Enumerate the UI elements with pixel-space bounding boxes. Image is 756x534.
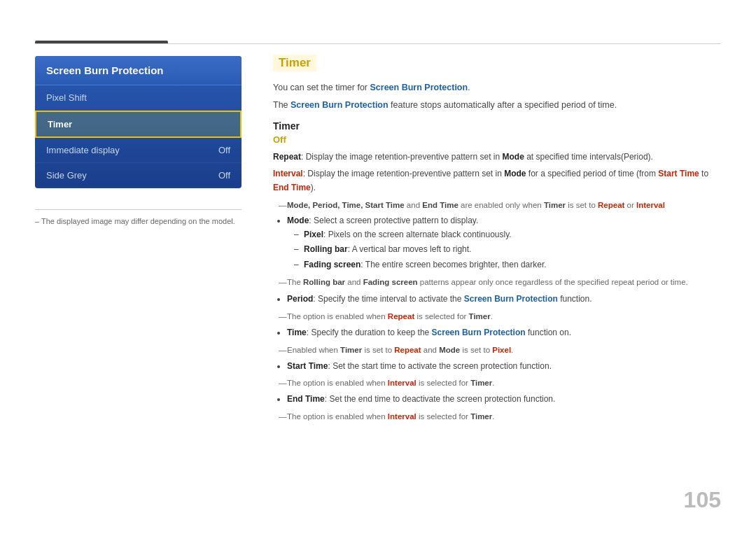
period-label: Period — [287, 294, 313, 304]
intro-text-2: The Screen Burn Protection feature stops… — [273, 99, 721, 112]
start-time-timer-ref: Timer — [470, 379, 492, 387]
menu-item-immediate-display[interactable]: Immediate display Off — [35, 138, 241, 163]
end-time-bullet: End Time: Set the end time to deactivate… — [287, 393, 721, 407]
mode-bullet-label: Mode — [287, 216, 309, 225]
period-list: Period: Specify the time interval to act… — [287, 293, 721, 307]
menu-box: Screen Burn Protection Pixel Shift Timer… — [35, 56, 241, 188]
left-note-text: – The displayed image may differ dependi… — [35, 217, 241, 225]
menu-item-timer[interactable]: Timer — [35, 111, 241, 138]
end-time-list: End Time: Set the end time to deactivate… — [287, 393, 721, 407]
repeat-label: Repeat — [273, 152, 301, 162]
time-label: Time — [287, 328, 307, 337]
time-pixel-ref: Pixel — [492, 346, 511, 354]
section-title: Timer — [273, 55, 316, 71]
top-divider — [35, 43, 721, 44]
off-label: Off — [273, 134, 721, 145]
interval-label: Interval — [273, 169, 303, 178]
page-number: 105 — [684, 487, 721, 513]
menu-item-value: Off — [218, 170, 230, 181]
interval-line: Interval: Display the image retention-pr… — [273, 167, 721, 195]
left-note: – The displayed image may differ dependi… — [35, 209, 241, 225]
modes-note: Mode, Period, Time, Start Time and End T… — [279, 199, 721, 212]
modes-note-text: Mode, Period, Time, Start Time and End T… — [287, 201, 665, 209]
time-list: Time: Specify the duration to keep the S… — [287, 326, 721, 340]
mode-word-1: Mode — [503, 152, 524, 162]
repeat-line: Repeat: Display the image retention-prev… — [273, 150, 721, 164]
main-bullet-list: Mode: Select a screen protective pattern… — [287, 214, 721, 272]
time-bullet: Time: Specify the duration to keep the S… — [287, 326, 721, 340]
start-time-list: Start Time: Set the start time to activa… — [287, 360, 721, 374]
time-repeat-ref: Repeat — [394, 346, 421, 354]
time-note: Enabled when Timer is set to Repeat and … — [279, 344, 721, 357]
mode-sub-list: Pixel: Pixels on the screen alternate bl… — [294, 228, 721, 272]
time-timer-ref: Timer — [340, 346, 362, 354]
time-mode-ref: Mode — [439, 346, 460, 354]
start-time-ref: Start Time — [658, 169, 699, 178]
fading-item: Fading screen: The entire screen becomes… — [294, 258, 721, 272]
period-timer-ref: Timer — [469, 312, 491, 321]
interval-ref: Interval — [636, 201, 665, 209]
time-screen-burn: Screen Burn Protection — [432, 328, 526, 337]
period-repeat-ref: Repeat — [388, 312, 414, 321]
end-time-note: The option is enabled when Interval is s… — [279, 410, 721, 423]
end-time-timer-ref: Timer — [470, 412, 492, 421]
end-time-ref: End Time — [273, 183, 311, 192]
content-block: Repeat: Display the image retention-prev… — [273, 150, 721, 424]
end-time-interval-ref: Interval — [388, 412, 416, 421]
pixel-item: Pixel: Pixels on the screen alternate bl… — [294, 228, 721, 242]
fading-label: Fading screen — [304, 260, 360, 269]
menu-item-value: Off — [218, 145, 230, 155]
rolling-note: The Rolling bar and Fading screen patter… — [279, 276, 721, 289]
menu-item-label: Immediate display — [46, 145, 120, 155]
menu-item-label: Pixel Shift — [46, 92, 87, 103]
fading-ref: Fading screen — [363, 278, 418, 286]
rolling-item: Rolling bar: A vertical bar moves left t… — [294, 243, 721, 257]
start-time-bullet: Start Time: Set the start time to activa… — [287, 360, 721, 374]
menu-item-label: Timer — [48, 119, 72, 129]
menu-item-pixel-shift[interactable]: Pixel Shift — [35, 85, 241, 111]
period-screen-burn: Screen Burn Protection — [464, 294, 558, 304]
end-time-label: End Time — [287, 394, 325, 404]
period-bullet: Period: Specify the time interval to act… — [287, 293, 721, 307]
period-note: The option is enabled when Repeat is sel… — [279, 310, 721, 323]
start-time-label: Start Time — [287, 361, 328, 371]
start-time-note: The option is enabled when Interval is s… — [279, 377, 721, 390]
rolling-ref: Rolling bar — [303, 278, 345, 286]
mode-word-2: Mode — [504, 169, 526, 178]
menu-item-label: Side Grey — [46, 170, 87, 181]
menu-item-side-grey[interactable]: Side Grey Off — [35, 163, 241, 188]
intro-highlight-1: Screen Burn Protection — [370, 83, 468, 92]
repeat-ref: Repeat — [598, 201, 624, 209]
left-panel: Screen Burn Protection Pixel Shift Timer… — [35, 56, 241, 225]
menu-title: Screen Burn Protection — [35, 56, 241, 85]
intro-highlight-2: Screen Burn Protection — [290, 100, 388, 110]
mode-bullet: Mode: Select a screen protective pattern… — [287, 214, 721, 272]
pixel-label: Pixel — [304, 230, 323, 239]
start-time-interval-ref: Interval — [388, 379, 416, 387]
rolling-label: Rolling bar — [304, 244, 348, 254]
subsection-title: Timer — [273, 120, 721, 132]
right-panel: Timer You can set the timer for Screen B… — [273, 55, 721, 426]
intro-text-1: You can set the timer for Screen Burn Pr… — [273, 81, 721, 94]
